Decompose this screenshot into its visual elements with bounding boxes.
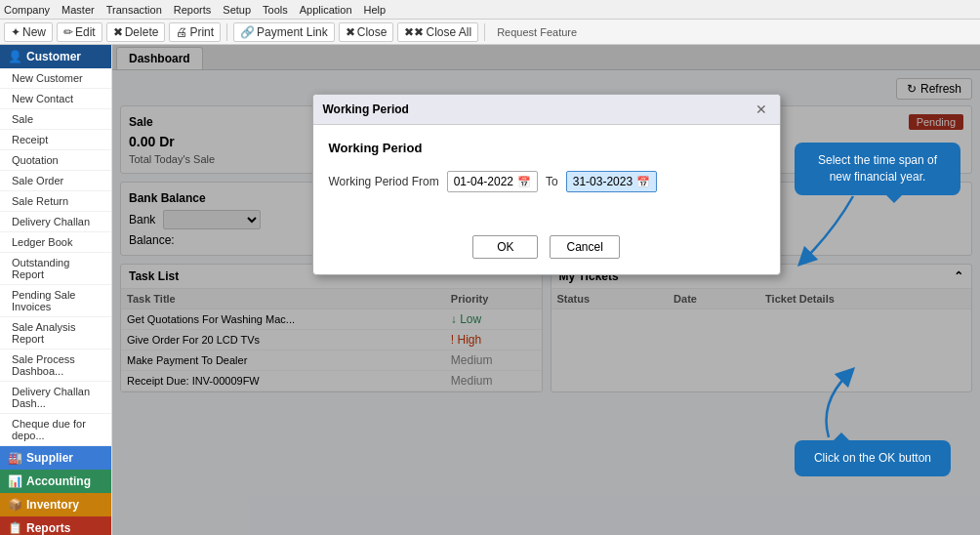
sidebar-item-sale-return[interactable]: Sale Return — [0, 191, 111, 212]
modal-from-label: Working Period From — [329, 175, 439, 188]
menu-reports[interactable]: Reports — [174, 4, 212, 16]
toolbar: ✦ New ✏ Edit ✖ Delete 🖨 Print 🔗 Payment … — [0, 20, 980, 45]
modal-from-input[interactable]: 01-04-2022 📅 — [447, 171, 538, 192]
sidebar-item-ledger-book[interactable]: Ledger Book — [0, 232, 111, 253]
sidebar-inventory-header[interactable]: 📦 Inventory — [0, 493, 111, 516]
edit-icon: ✏ — [63, 25, 73, 39]
menu-transaction[interactable]: Transaction — [106, 4, 162, 16]
menu-application[interactable]: Application — [300, 4, 352, 16]
menu-tools[interactable]: Tools — [263, 4, 288, 16]
working-period-modal: Working Period ✕ Working Period Working … — [312, 94, 781, 275]
inventory-icon: 📦 — [8, 498, 22, 512]
sidebar-item-sale[interactable]: Sale — [0, 109, 111, 130]
modal-from-value: 01-04-2022 — [454, 175, 513, 188]
customer-icon: 👤 — [8, 50, 22, 63]
sidebar-bottom-sections: 🏭 Supplier 📊 Accounting 📦 Inventory 📋 Re… — [0, 446, 111, 535]
sidebar-item-sale-analysis[interactable]: Sale Analysis Report — [0, 317, 111, 350]
modal-from-calendar-button[interactable]: 📅 — [517, 176, 531, 188]
sidebar-item-receipt[interactable]: Receipt — [0, 130, 111, 150]
edit-button[interactable]: ✏ Edit — [57, 22, 102, 42]
sidebar-item-sale-process[interactable]: Sale Process Dashboa... — [0, 350, 111, 382]
toolbar-separator-2 — [484, 23, 485, 41]
main-layout: 👤 Customer New Customer New Contact Sale… — [0, 45, 980, 535]
menu-master[interactable]: Master — [61, 4, 95, 16]
link-icon: 🔗 — [240, 25, 255, 39]
sidebar-item-new-customer[interactable]: New Customer — [0, 68, 111, 89]
sidebar-item-sale-order[interactable]: Sale Order — [0, 171, 111, 191]
new-button[interactable]: ✦ New — [4, 22, 53, 42]
modal-to-input[interactable]: 31-03-2023 📅 — [566, 171, 657, 192]
reports-icon: 📋 — [8, 521, 22, 535]
delete-button[interactable]: ✖ Delete — [106, 22, 166, 42]
sidebar-customer-header[interactable]: 👤 Customer — [0, 45, 111, 68]
menu-bar: Company Master Transaction Reports Setup… — [0, 0, 980, 20]
modal-cancel-button[interactable]: Cancel — [550, 235, 619, 259]
accounting-icon: 📊 — [8, 474, 22, 488]
close-all-icon: ✖✖ — [404, 25, 424, 39]
sidebar: 👤 Customer New Customer New Contact Sale… — [0, 45, 112, 535]
sidebar-item-cheque-due[interactable]: Cheque due for depo... — [0, 414, 111, 446]
sidebar-item-quotation[interactable]: Quotation — [0, 150, 111, 171]
close-button[interactable]: ✖ Close — [339, 22, 394, 42]
sidebar-supplier-header[interactable]: 🏭 Supplier — [0, 446, 111, 470]
menu-setup[interactable]: Setup — [223, 4, 251, 16]
payment-link-button[interactable]: 🔗 Payment Link — [233, 22, 335, 42]
tooltip-top: Select the time span of new financial ye… — [795, 143, 960, 195]
supplier-icon: 🏭 — [8, 451, 22, 465]
sidebar-reports-header[interactable]: 📋 Reports — [0, 516, 111, 535]
sidebar-item-delivery-challan-dash[interactable]: Delivery Challan Dash... — [0, 382, 111, 414]
modal-ok-button[interactable]: OK — [472, 235, 538, 259]
sidebar-item-outstanding-report[interactable]: Outstanding Report — [0, 253, 111, 285]
sidebar-item-pending-sale-invoices[interactable]: Pending Sale Invoices — [0, 285, 111, 317]
close-all-button[interactable]: ✖✖ Close All — [397, 22, 478, 42]
menu-company[interactable]: Company — [4, 4, 50, 16]
request-feature-label[interactable]: Request Feature — [491, 24, 583, 40]
modal-to-value: 31-03-2023 — [573, 175, 633, 188]
modal-body: Working Period Working Period From 01-04… — [313, 125, 780, 227]
sidebar-item-delivery-challan[interactable]: Delivery Challan — [0, 212, 111, 232]
print-button[interactable]: 🖨 Print — [169, 22, 221, 42]
delete-icon: ✖ — [113, 25, 123, 39]
modal-to-calendar-button[interactable]: 📅 — [636, 176, 650, 188]
sidebar-accounting-header[interactable]: 📊 Accounting — [0, 470, 111, 493]
new-icon: ✦ — [11, 25, 20, 39]
toolbar-separator — [226, 23, 227, 41]
modal-form-row: Working Period From 01-04-2022 📅 To 31-0… — [329, 171, 764, 192]
menu-help[interactable]: Help — [364, 4, 387, 16]
modal-title: Working Period — [323, 103, 409, 116]
content-area: Dashboard ↻ Refresh Sale Today's 0.00 Dr — [112, 45, 980, 535]
modal-section-title: Working Period — [329, 141, 764, 155]
print-icon: 🖨 — [176, 25, 187, 39]
tooltip-bottom: Click on the OK button — [795, 440, 951, 476]
modal-footer: OK Cancel — [313, 227, 780, 274]
modal-to-label: To — [546, 175, 558, 188]
tooltip-arrow-top — [775, 191, 892, 269]
modal-overlay: Working Period ✕ Working Period Working … — [112, 45, 980, 535]
modal-close-button[interactable]: ✕ — [753, 101, 770, 118]
modal-titlebar: Working Period ✕ — [313, 95, 780, 125]
sidebar-item-new-contact[interactable]: New Contact — [0, 89, 111, 109]
close-icon: ✖ — [346, 25, 355, 39]
